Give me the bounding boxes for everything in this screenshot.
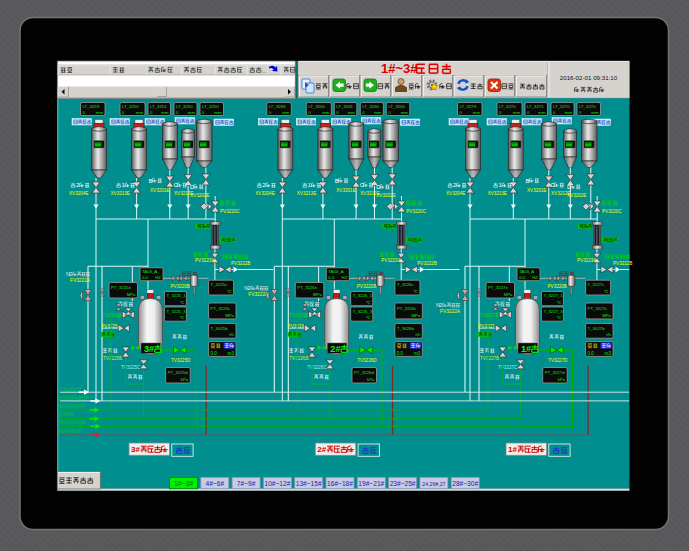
- svg-text:TV3227D: TV3227D: [548, 358, 568, 363]
- svg-text:PT_3225c: PT_3225c: [211, 306, 231, 311]
- svg-text:XV3202E: XV3202E: [567, 193, 586, 198]
- svg-text:℃: ℃: [413, 289, 418, 294]
- svg-text:mm: mm: [188, 110, 196, 115]
- svg-text:mm: mm: [374, 110, 382, 115]
- svg-text:PV3222B: PV3222B: [231, 261, 250, 266]
- svg-text:T_3225_3: T_3225_3: [166, 309, 186, 314]
- svg-text:19#~21#: 19#~21#: [358, 480, 384, 487]
- svg-text:FV3222A: FV3222A: [70, 278, 91, 283]
- svg-text:0.0: 0.0: [519, 275, 526, 280]
- svg-text:XV3213E: XV3213E: [488, 191, 507, 196]
- svg-text:mm: mm: [473, 110, 481, 115]
- svg-text:2016-02-01 09:31:10: 2016-02-01 09:31:10: [560, 74, 618, 81]
- svg-text:℃: ℃: [604, 289, 609, 294]
- svg-text:HZ: HZ: [532, 275, 538, 280]
- svg-text:PV3220C: PV3220C: [602, 209, 622, 214]
- svg-text:MPa: MPa: [504, 292, 513, 297]
- svg-text:XV3204E: XV3204E: [69, 191, 88, 196]
- svg-text:LT_3270: LT_3270: [553, 104, 570, 109]
- svg-text:LT_3250: LT_3250: [122, 104, 139, 109]
- svg-text:mm: mm: [322, 110, 330, 115]
- svg-text:LT_3251: LT_3251: [150, 104, 167, 109]
- svg-text:0.0: 0.0: [328, 275, 335, 280]
- svg-text:TV3225D: TV3225D: [171, 358, 191, 363]
- svg-text:LT_3270: LT_3270: [499, 104, 516, 109]
- svg-text:XV3213E: XV3213E: [297, 191, 316, 196]
- svg-text:1#: 1#: [508, 445, 517, 454]
- svg-text:LT_3261: LT_3261: [336, 104, 353, 109]
- svg-text:PV3220B: PV3220B: [357, 284, 376, 289]
- svg-text:1#: 1#: [521, 344, 531, 354]
- svg-text:0.0: 0.0: [142, 275, 149, 280]
- svg-text:TV3226B: TV3226B: [289, 356, 308, 361]
- svg-text:13#~15#: 13#~15#: [296, 480, 322, 487]
- svg-text:TV3227B: TV3227B: [480, 313, 499, 318]
- svg-text:2: 2: [247, 285, 250, 291]
- svg-text:T_3226c: T_3226c: [397, 282, 415, 287]
- svg-text:FV3222A: FV3222A: [440, 309, 461, 314]
- svg-text:XV3204E: XV3204E: [446, 191, 465, 196]
- svg-text:MPa: MPa: [313, 292, 322, 297]
- svg-text:PV3220B: PV3220B: [171, 284, 190, 289]
- svg-text:TV3225C: TV3225C: [121, 365, 141, 370]
- svg-text:T_3026b: T_3026b: [397, 326, 415, 331]
- svg-text:T_3027b: T_3027b: [588, 326, 606, 331]
- svg-text:℃: ℃: [180, 300, 185, 305]
- svg-text:T_3226_1: T_3226_1: [353, 293, 373, 298]
- svg-text:B: B: [526, 178, 530, 184]
- svg-text:mm: mm: [348, 110, 356, 115]
- svg-text:16#~18#: 16#~18#: [327, 480, 353, 487]
- svg-text:HZ: HZ: [155, 275, 161, 280]
- svg-text:LT_3271: LT_3271: [527, 104, 544, 109]
- svg-text:LT_3260: LT_3260: [308, 104, 325, 109]
- svg-text:t/h: t/h: [416, 332, 421, 337]
- svg-text:XV3202E: XV3202E: [376, 193, 395, 198]
- svg-text:mm: mm: [282, 110, 290, 115]
- svg-text:℃: ℃: [366, 315, 371, 320]
- svg-text:t/h: t/h: [606, 332, 611, 337]
- svg-text:mm: mm: [96, 110, 104, 115]
- svg-text:PV3222B: PV3222B: [417, 261, 436, 266]
- svg-text:XV3201E: XV3201E: [527, 188, 546, 193]
- svg-text:m3: m3: [414, 351, 421, 356]
- svg-text:PT_3226e: PT_3226e: [297, 285, 317, 290]
- svg-text:24,26#,27: 24,26#,27: [422, 481, 445, 487]
- svg-text:PT_3227d: PT_3227d: [545, 370, 565, 375]
- svg-text:℃: ℃: [180, 315, 185, 320]
- svg-text:T_3227_1: T_3227_1: [543, 293, 563, 298]
- svg-text:4#~6#: 4#~6#: [206, 480, 225, 487]
- svg-text:mm: mm: [513, 110, 521, 115]
- svg-text:T_3225_1: T_3225_1: [166, 293, 186, 298]
- svg-text:B: B: [335, 178, 339, 184]
- svg-text:PV3223A: PV3223A: [195, 258, 215, 263]
- svg-text:1#~3#: 1#~3#: [381, 61, 418, 76]
- svg-text:TA03_A: TA03_A: [519, 269, 534, 274]
- svg-text:TV3227B: TV3227B: [480, 356, 499, 361]
- svg-text:MPa: MPa: [127, 292, 136, 297]
- svg-text:PV3222B: PV3222B: [613, 261, 632, 266]
- svg-text:mm: mm: [214, 110, 222, 115]
- svg-text:23#~25#: 23#~25#: [390, 480, 416, 487]
- svg-text:TV3226D: TV3226D: [357, 358, 377, 363]
- svg-text:℃: ℃: [557, 300, 562, 305]
- svg-text:TV3225B: TV3225B: [103, 313, 122, 318]
- svg-text:PT_3227c: PT_3227c: [588, 306, 608, 311]
- svg-text:2#: 2#: [317, 445, 326, 454]
- svg-text:TV3227C: TV3227C: [498, 365, 518, 370]
- svg-text:mm: mm: [538, 110, 546, 115]
- svg-text:kPa: kPa: [181, 377, 189, 382]
- svg-text:28#~30#: 28#~30#: [452, 480, 478, 487]
- svg-text:LT_3260: LT_3260: [388, 104, 405, 109]
- svg-text:t/h: t/h: [229, 332, 234, 337]
- svg-text:PT_3225d: PT_3225d: [168, 370, 188, 375]
- svg-text:T_3226_3: T_3226_3: [353, 309, 373, 314]
- svg-text:10#~12#: 10#~12#: [264, 480, 290, 487]
- svg-text:FV3222A: FV3222A: [248, 292, 269, 297]
- svg-text:m3: m3: [228, 351, 235, 356]
- svg-text:kPa: kPa: [367, 377, 375, 382]
- svg-text:T_3227c: T_3227c: [588, 282, 606, 287]
- svg-text:T_3025b: T_3025b: [211, 326, 229, 331]
- svg-text:3#: 3#: [144, 344, 154, 354]
- svg-text:LT_3279: LT_3279: [460, 104, 477, 109]
- svg-text:2#: 2#: [330, 344, 340, 354]
